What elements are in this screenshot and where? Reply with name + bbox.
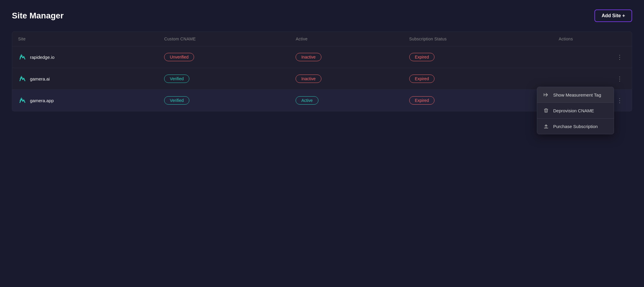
- table-header-row: Site Custom CNAME Active Subscription St…: [12, 32, 632, 46]
- cname-cell-2: Verified: [158, 90, 290, 111]
- actions-cell-1: ⋮: [553, 68, 632, 90]
- site-name-0: rapidedge.io: [30, 55, 55, 60]
- site-cell-1: gamera.ai: [12, 68, 158, 90]
- subscription-cell-2: Expired: [403, 90, 553, 111]
- subscription-cell-0: Expired: [403, 46, 553, 68]
- dropdown-item-deprovision-cname[interactable]: Deprovision CNAME: [537, 103, 614, 119]
- table-container: Site Custom CNAME Active Subscription St…: [12, 31, 632, 111]
- sites-table: Site Custom CNAME Active Subscription St…: [12, 32, 632, 111]
- add-site-button[interactable]: Add Site +: [594, 10, 632, 22]
- column-cname: Custom CNAME: [158, 32, 290, 46]
- cname-badge-0: Unverified: [164, 53, 194, 61]
- actions-cell-2: ⋮ Show Measurement Tag: [553, 90, 632, 111]
- table-row: gamera.ai VerifiedInactiveExpired ⋮: [12, 68, 632, 90]
- page-title: Site Manager: [12, 11, 64, 20]
- site-name-1: gamera.ai: [30, 76, 50, 81]
- site-icon-2: [18, 96, 26, 105]
- subscription-badge-2: Expired: [409, 96, 434, 105]
- measurement-tag-icon: [543, 92, 549, 98]
- subscription-badge-1: Expired: [409, 75, 434, 83]
- table-row: gamera.app VerifiedActiveExpired ⋮ Show …: [12, 90, 632, 111]
- active-cell-1: Inactive: [290, 68, 403, 90]
- column-site: Site: [12, 32, 158, 46]
- kebab-menu-button-2[interactable]: ⋮: [614, 96, 626, 105]
- cname-cell-0: Unverified: [158, 46, 290, 68]
- kebab-menu-button-1[interactable]: ⋮: [614, 74, 626, 83]
- column-actions: Actions: [553, 32, 632, 46]
- actions-cell-0: ⋮: [553, 46, 632, 68]
- active-badge-1: Inactive: [296, 75, 321, 83]
- page-header: Site Manager Add Site +: [12, 10, 632, 22]
- dropdown-item-show-measurement-tag[interactable]: Show Measurement Tag: [537, 87, 614, 103]
- cname-badge-2: Verified: [164, 96, 189, 105]
- purchase-subscription-label: Purchase Subscription: [553, 124, 598, 129]
- deprovision-cname-label: Deprovision CNAME: [553, 108, 594, 113]
- subscription-badge-0: Expired: [409, 53, 434, 61]
- active-badge-2: Active: [296, 96, 318, 105]
- column-active: Active: [290, 32, 403, 46]
- active-badge-0: Inactive: [296, 53, 321, 61]
- dropdown-item-purchase-subscription[interactable]: Purchase Subscription: [537, 119, 614, 134]
- site-icon-1: [18, 75, 26, 83]
- dropdown-menu: Show Measurement Tag Deprovision CNAME: [537, 87, 614, 134]
- site-name-2: gamera.app: [30, 98, 54, 103]
- active-cell-2: Active: [290, 90, 403, 111]
- site-cell-2: gamera.app: [12, 90, 158, 111]
- table-row: rapidedge.io UnverifiedInactiveExpired ⋮: [12, 46, 632, 68]
- upload-icon: [543, 123, 549, 129]
- column-subscription: Subscription Status: [403, 32, 553, 46]
- trash-icon: [543, 108, 549, 113]
- show-measurement-tag-label: Show Measurement Tag: [553, 92, 601, 97]
- cname-badge-1: Verified: [164, 75, 189, 83]
- subscription-cell-1: Expired: [403, 68, 553, 90]
- active-cell-0: Inactive: [290, 46, 403, 68]
- kebab-menu-button-0[interactable]: ⋮: [614, 52, 626, 62]
- site-icon-0: [18, 53, 26, 61]
- cname-cell-1: Verified: [158, 68, 290, 90]
- site-cell-0: rapidedge.io: [12, 46, 158, 68]
